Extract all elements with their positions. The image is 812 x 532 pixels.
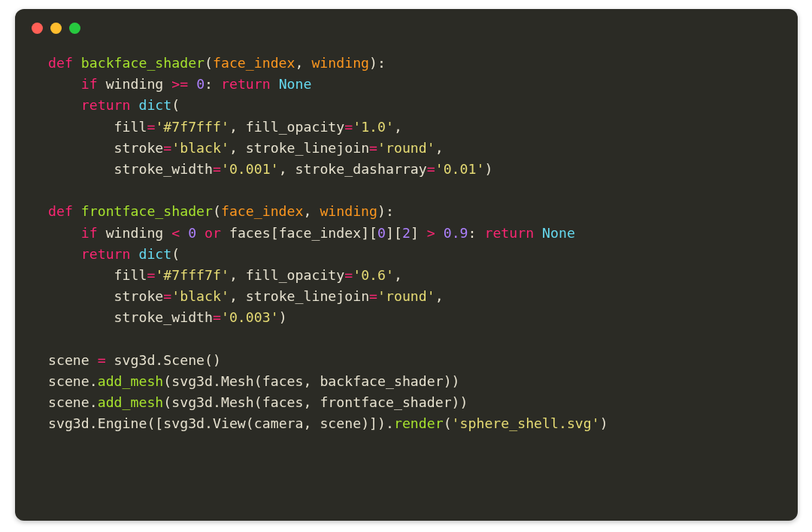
token-pun: , bbox=[279, 161, 295, 177]
token-id: scene bbox=[48, 352, 98, 368]
token-pun: . bbox=[155, 352, 163, 368]
token-num: 0 bbox=[377, 225, 386, 241]
token-pun: , bbox=[303, 203, 320, 219]
token-id: face_index bbox=[279, 225, 362, 241]
token-pun: , bbox=[303, 415, 320, 431]
token-id: stroke_linejoin bbox=[246, 140, 369, 156]
token-pun: ( bbox=[444, 415, 452, 431]
code-line: fill='#7f7fff', fill_opacity='1.0', bbox=[15, 117, 798, 138]
token-str: '#7fff7f' bbox=[155, 267, 229, 283]
token-pun: , bbox=[229, 119, 246, 135]
token-op: >= bbox=[171, 76, 196, 92]
token-pun: , bbox=[303, 394, 320, 410]
token-kw: return bbox=[221, 76, 279, 92]
token-pun bbox=[48, 140, 114, 156]
token-pun: . bbox=[89, 415, 98, 431]
token-pun: )) bbox=[444, 373, 460, 389]
minimize-icon[interactable] bbox=[50, 23, 62, 34]
token-str: 'black' bbox=[171, 288, 229, 304]
token-pun bbox=[48, 76, 81, 92]
token-op: = bbox=[163, 288, 171, 304]
code-line: stroke_width='0.003') bbox=[15, 307, 798, 328]
code-line: fill='#7fff7f', fill_opacity='0.6', bbox=[15, 265, 798, 286]
code-line: stroke='black', stroke_linejoin='round', bbox=[15, 286, 798, 307]
token-pun bbox=[48, 309, 114, 325]
token-kw: return bbox=[81, 97, 139, 113]
code-line: return dict( bbox=[15, 244, 798, 265]
token-id: scene bbox=[48, 394, 89, 410]
token-pun: , bbox=[435, 288, 444, 304]
token-num: 0 bbox=[188, 225, 196, 241]
token-str: 'black' bbox=[171, 140, 229, 156]
token-id: stroke_width bbox=[114, 309, 213, 325]
token-op: = bbox=[344, 267, 353, 283]
token-pun: ( bbox=[254, 394, 262, 410]
token-builtin: dict bbox=[138, 246, 171, 262]
token-kw: def bbox=[48, 203, 81, 219]
code-line: return dict( bbox=[15, 95, 798, 116]
token-pun: , bbox=[229, 288, 246, 304]
token-param: winding bbox=[311, 55, 369, 71]
token-pun: ) bbox=[369, 55, 377, 71]
token-op: = bbox=[98, 352, 114, 368]
token-id: stroke_width bbox=[114, 161, 213, 177]
code-line: if winding < 0 or faces[face_index][0][2… bbox=[15, 223, 798, 244]
token-op: = bbox=[163, 140, 171, 156]
token-str: '#7f7fff' bbox=[155, 119, 229, 135]
code-line: stroke='black', stroke_linejoin='round', bbox=[15, 138, 798, 159]
token-pun bbox=[48, 161, 114, 177]
code-line: scene.add_mesh(svg3d.Mesh(faces, frontfa… bbox=[15, 392, 798, 413]
token-pun: : bbox=[468, 225, 485, 241]
token-id: winding bbox=[106, 76, 172, 92]
token-id: fill_opacity bbox=[246, 119, 344, 135]
token-num: 0.9 bbox=[444, 225, 468, 241]
token-pun: ) bbox=[279, 309, 287, 325]
token-id: svg3d bbox=[171, 394, 213, 410]
token-pun: , bbox=[295, 55, 312, 71]
token-id: svg3d bbox=[163, 415, 205, 431]
token-id: faces bbox=[262, 373, 304, 389]
token-pun: ( bbox=[163, 373, 171, 389]
token-fn: add_mesh bbox=[98, 373, 164, 389]
token-pun: ] bbox=[411, 225, 427, 241]
token-pun: ( bbox=[163, 394, 171, 410]
token-pun: , bbox=[435, 140, 444, 156]
token-const: None bbox=[279, 76, 312, 92]
token-id: stroke_linejoin bbox=[246, 288, 369, 304]
token-op: = bbox=[147, 119, 155, 135]
close-icon[interactable] bbox=[32, 23, 43, 34]
code-editor[interactable]: def backface_shader(face_index, winding)… bbox=[15, 47, 798, 435]
token-op: = bbox=[369, 140, 377, 156]
token-pun: , bbox=[229, 267, 246, 283]
token-fn: backface_shader bbox=[81, 55, 205, 71]
token-kw: return bbox=[81, 246, 139, 262]
token-param: face_index bbox=[213, 55, 295, 71]
code-line: stroke_width='0.001', stroke_dasharray='… bbox=[15, 159, 798, 180]
token-id: svg3d bbox=[171, 373, 213, 389]
token-pun: ][ bbox=[386, 225, 402, 241]
token-builtin: dict bbox=[138, 97, 171, 113]
token-str: '0.003' bbox=[221, 309, 279, 325]
token-kw: return bbox=[484, 225, 542, 241]
token-fn: add_mesh bbox=[98, 394, 164, 410]
code-line bbox=[15, 329, 798, 350]
token-kw: or bbox=[205, 225, 229, 241]
token-pun: . bbox=[89, 394, 98, 410]
token-num: 0 bbox=[196, 76, 205, 92]
token-str: 'round' bbox=[377, 288, 435, 304]
token-pun bbox=[48, 225, 81, 241]
token-id: svg3d bbox=[48, 415, 89, 431]
token-op: < bbox=[171, 225, 188, 241]
token-op: = bbox=[147, 267, 155, 283]
token-id: Mesh bbox=[221, 373, 254, 389]
token-pun: ) bbox=[484, 161, 492, 177]
token-id: stroke_dasharray bbox=[295, 161, 427, 177]
token-id: svg3d bbox=[114, 352, 156, 368]
token-pun bbox=[48, 267, 114, 283]
token-pun: [ bbox=[271, 225, 279, 241]
token-id: backface_shader bbox=[320, 373, 443, 389]
token-pun: , bbox=[394, 267, 402, 283]
token-pun bbox=[48, 97, 81, 113]
zoom-icon[interactable] bbox=[69, 23, 80, 34]
token-pun: )) bbox=[452, 394, 468, 410]
